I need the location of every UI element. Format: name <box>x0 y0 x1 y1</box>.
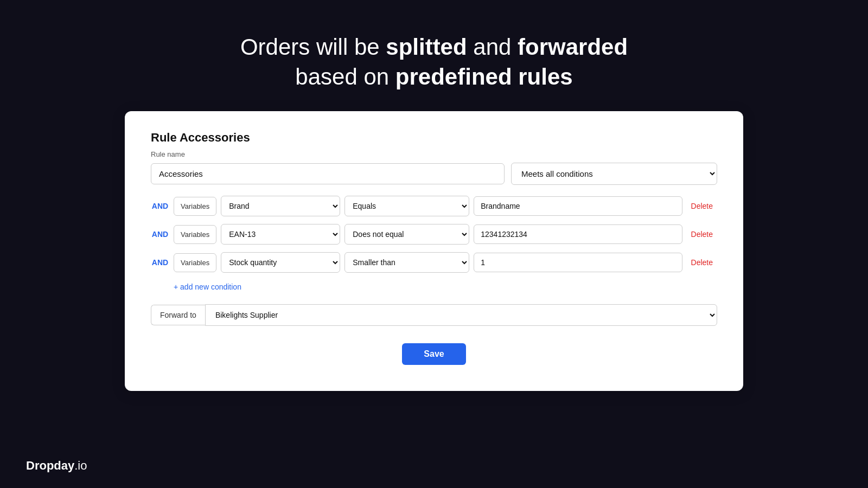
and-label-2: AND <box>151 230 169 239</box>
field-select-3[interactable]: Brand EAN-13 Stock quantity <box>221 252 340 273</box>
rule-title: Rule Accessories <box>151 131 717 145</box>
condition-row-1: AND Variables Brand EAN-13 Stock quantit… <box>151 196 717 216</box>
value-input-1[interactable] <box>474 196 682 216</box>
brand-bold: Dropday <box>26 459 74 472</box>
operator-select-1[interactable]: Equals Does not equal Smaller than <box>344 196 469 216</box>
delete-button-2[interactable]: Delete <box>687 228 717 241</box>
conditions-select[interactable]: Meets all conditions Meets any condition <box>511 163 717 185</box>
and-label-3: AND <box>151 258 169 267</box>
rule-card: Rule Accessories Rule name Meets all con… <box>125 111 743 391</box>
delete-button-3[interactable]: Delete <box>687 256 717 269</box>
hero-text-part2: and <box>467 34 518 60</box>
delete-button-1[interactable]: Delete <box>687 200 717 213</box>
and-label-1: AND <box>151 202 169 210</box>
hero-text-part3: based on <box>295 64 395 89</box>
hero-bold-splitted: splitted <box>386 34 467 60</box>
field-select-1[interactable]: Brand EAN-13 Stock quantity <box>221 196 340 216</box>
rule-name-input[interactable] <box>151 163 505 184</box>
field-select-2[interactable]: Brand EAN-13 Stock quantity <box>221 224 340 245</box>
top-row: Meets all conditions Meets any condition <box>151 163 717 185</box>
value-input-2[interactable] <box>474 224 682 244</box>
footer-brand: Dropday.io <box>26 459 87 473</box>
variables-badge-1: Variables <box>174 197 216 216</box>
add-condition-link[interactable]: + add new condition <box>174 282 241 291</box>
variables-badge-2: Variables <box>174 225 216 244</box>
operator-select-3[interactable]: Equals Does not equal Smaller than <box>344 252 469 273</box>
operator-select-2[interactable]: Equals Does not equal Smaller than <box>344 224 469 245</box>
add-condition-label: + add new condition <box>174 282 241 291</box>
hero-text-part1: Orders will be <box>240 34 386 60</box>
condition-row-3: AND Variables Brand EAN-13 Stock quantit… <box>151 252 717 273</box>
hero-bold-rules: predefined rules <box>395 64 573 89</box>
hero-bold-forwarded: forwarded <box>518 34 628 60</box>
forward-to-label: Forward to <box>151 305 205 325</box>
value-input-3[interactable] <box>474 253 682 272</box>
hero-heading: Orders will be splitted and forwarded ba… <box>240 33 628 92</box>
forward-row: Forward to Bikelights Supplier Other Sup… <box>151 304 717 326</box>
variables-badge-3: Variables <box>174 253 216 272</box>
forward-select[interactable]: Bikelights Supplier Other Supplier <box>205 304 717 326</box>
save-button[interactable]: Save <box>402 343 465 365</box>
rule-name-label: Rule name <box>151 150 717 158</box>
condition-row-2: AND Variables Brand EAN-13 Stock quantit… <box>151 224 717 245</box>
brand-light: .io <box>74 459 87 472</box>
